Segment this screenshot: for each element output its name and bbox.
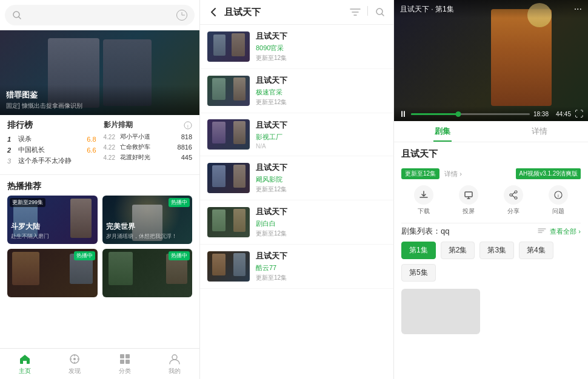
hot-badge-2: 热播中: [169, 198, 190, 207]
action-download-label: 下载: [418, 207, 430, 216]
action-download[interactable]: 下载: [401, 185, 446, 216]
content-thumbnail: [401, 289, 480, 334]
source-item-3[interactable]: 且试天下 飓风影院 更新至12集: [200, 156, 393, 200]
episode-2[interactable]: 第2集: [441, 242, 475, 259]
classify-icon: [118, 352, 132, 366]
progress-dot: [456, 111, 461, 117]
source-item-2[interactable]: 且试天下 影视工厂 N/A: [200, 113, 393, 156]
film-val-1: 818: [181, 133, 192, 140]
video-more-button[interactable]: ···: [574, 4, 582, 15]
middle-title: 且试天下: [224, 7, 349, 18]
hot-item-1[interactable]: 更新至299集 斗罗大陆 赴生不隔入磨门: [7, 196, 98, 244]
rank-item-1[interactable]: 1 误杀 6.8: [7, 134, 96, 143]
source-item-4[interactable]: 且试天下 剧白白 更新至12集: [200, 200, 393, 245]
svg-line-15: [382, 14, 384, 16]
nav-classify[interactable]: 分类: [100, 352, 150, 375]
source-title-4: 且试天下: [256, 206, 386, 217]
middle-header: 且试天下: [200, 0, 393, 25]
episode-header: 剧集列表：qq 查看全部 ›: [401, 226, 581, 237]
source-name-5: 酷云77: [256, 263, 386, 272]
show-title: 且试天下: [401, 148, 438, 160]
source-title-2: 且试天下: [256, 120, 386, 131]
hot-item-name-1: 斗罗大陆: [11, 222, 40, 232]
source-info-5: 且试天下 酷云77 更新至12集: [256, 251, 386, 282]
middle-panel: 且试天下: [200, 0, 394, 379]
episode-sort-button[interactable]: [538, 228, 546, 235]
search-bar[interactable]: 龙吟惊沧海: [5, 5, 195, 25]
nav-discover[interactable]: 发现: [50, 352, 99, 375]
pause-button[interactable]: ⏸: [399, 109, 407, 119]
source-name-1: 极速官采: [256, 88, 386, 97]
hero-title: 猎罪图鉴: [6, 90, 193, 101]
search-button[interactable]: [374, 6, 386, 18]
source-name-2: 影视工厂: [256, 133, 386, 142]
filter-button[interactable]: [349, 6, 361, 18]
search-icon: [12, 10, 22, 20]
source-info-2: 且试天下 影视工厂 N/A: [256, 120, 386, 150]
source-update-4: 更新至12集: [256, 229, 386, 238]
video-controls: ⏸ 18:38 44:45 ⛶: [394, 107, 588, 121]
svg-text:i: i: [558, 193, 559, 199]
search-input[interactable]: 龙吟惊沧海: [25, 11, 176, 20]
version-badge: AH视频v3.1.29清爽版: [516, 168, 581, 179]
hot-item-2[interactable]: 热播中 完美世界 岁月涌瑶塘，休想把我沉浮！: [102, 196, 193, 244]
source-name-3: 飓风影院: [256, 175, 386, 184]
action-cast[interactable]: 投屏: [446, 185, 491, 216]
source-title-5: 且试天下: [256, 251, 386, 262]
rankings-section: 排行榜 1 误杀 6.8 2 中国机长 6.6 3 这个杀手不太冷静: [0, 115, 199, 172]
history-icon[interactable]: [176, 10, 187, 21]
action-help[interactable]: i 问题: [536, 185, 581, 216]
home-icon: [18, 352, 32, 366]
source-thumb-1: [207, 76, 250, 106]
tab-episodes[interactable]: 剧集: [394, 121, 491, 142]
film-name-2: 亡命救护车: [120, 143, 178, 151]
episode-3[interactable]: 第3集: [479, 242, 514, 259]
svg-rect-6: [120, 354, 124, 358]
hot-item-desc-1: 赴生不隔入磨门: [11, 232, 49, 240]
video-player: 且试天下 · 第1集 ··· ⏸ 18:38 44:45 ⛶: [394, 0, 588, 121]
tab-detail[interactable]: 详情: [491, 121, 588, 142]
source-item-0[interactable]: 且试天下 8090官采 更新至12集: [200, 25, 393, 69]
source-thumb-3: [207, 163, 250, 193]
detail-link[interactable]: 详情 ›: [444, 170, 462, 179]
rank-score-2: 6.6: [87, 147, 96, 154]
svg-point-5: [73, 358, 76, 360]
video-title: 且试天下 · 第1集: [400, 4, 574, 15]
fullscreen-button[interactable]: ⛶: [575, 109, 583, 119]
rank-item-2[interactable]: 2 中国机长 6.6: [7, 145, 96, 154]
svg-rect-16: [465, 192, 472, 197]
film-item-3[interactable]: 4.22 花渡好时光 445: [104, 153, 193, 162]
source-thumb-5: [207, 251, 250, 282]
nav-profile[interactable]: 我的: [150, 352, 199, 375]
back-button[interactable]: [207, 6, 219, 18]
action-share[interactable]: 分享: [491, 185, 536, 216]
film-item-1[interactable]: 4.22 邓小平小道 818: [104, 133, 193, 141]
hot-item-3[interactable]: 热播中: [7, 249, 98, 297]
bottom-nav: 主页 发现 分类 我的: [0, 348, 199, 379]
view-all-button[interactable]: 查看全部 ›: [550, 227, 581, 236]
nav-home[interactable]: 主页: [0, 352, 50, 375]
rank-name-2: 中国机长: [18, 145, 84, 154]
hero-overlay: 猎罪图鉴 固定] 慷慨出击捉拿画像识别: [0, 85, 199, 115]
episode-4[interactable]: 第4集: [519, 242, 553, 259]
update-badge: 更新至12集: [401, 168, 439, 179]
rankings-right: 影片排期 i 4.22 邓小平小道 818 4.22 亡命救护车 8816: [104, 120, 193, 167]
hot-item-4[interactable]: 热播中: [102, 249, 193, 297]
svg-point-19: [515, 197, 517, 199]
source-title-0: 且试天下: [256, 31, 386, 42]
episode-1[interactable]: 第1集: [401, 242, 436, 259]
source-update-3: 更新至12集: [256, 185, 386, 194]
hero-banner: 猎罪图鉴 固定] 慷慨出击捉拿画像识别: [0, 30, 199, 115]
rank-name-1: 误杀: [18, 134, 84, 143]
episode-5[interactable]: 第5集: [401, 264, 436, 282]
rank-num-3: 3: [7, 157, 16, 165]
nav-profile-label: 我的: [169, 367, 181, 375]
nav-discover-label: 发现: [68, 367, 81, 375]
source-item-5[interactable]: 且试天下 酷云77 更新至12集: [200, 245, 393, 289]
source-thumb-2: [207, 119, 250, 150]
source-item-1[interactable]: 且试天下 极速官采 更新至12集: [200, 69, 393, 113]
rank-item-3[interactable]: 3 这个杀手不太冷静: [7, 156, 96, 165]
film-item-2[interactable]: 4.22 亡命救护车 8816: [104, 143, 193, 151]
video-title-bar: 且试天下 · 第1集 ···: [394, 0, 588, 18]
progress-bar[interactable]: [411, 113, 530, 115]
